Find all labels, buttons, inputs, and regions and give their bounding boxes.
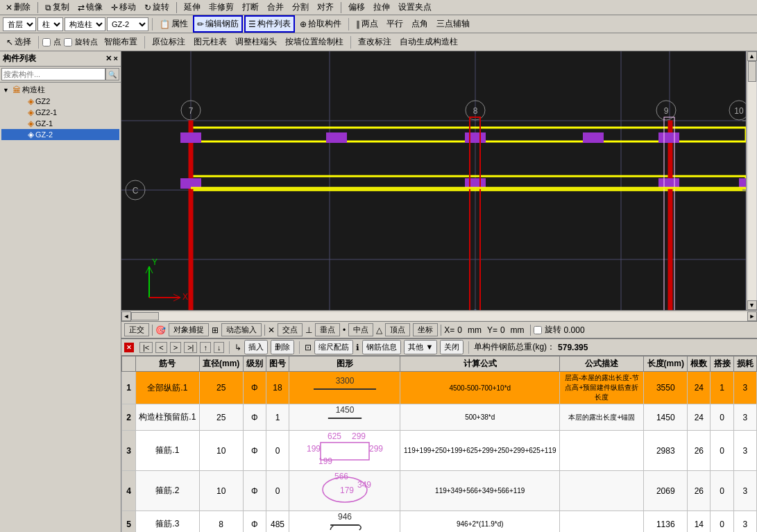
offset-btn[interactable]: 偏移	[346, 1, 368, 14]
delete-btn[interactable]: ✕ 删除	[3, 1, 33, 14]
tree-node-gz-1[interactable]: ◈ GZ-1	[1, 118, 119, 129]
pick-icon: ⊕	[300, 19, 307, 29]
row-count-5: 14	[688, 511, 711, 533]
rotate-point-check[interactable]	[64, 38, 72, 46]
dynamic-input-btn[interactable]: 动态输入	[221, 323, 262, 336]
check-annotation-btn[interactable]: 查改标注	[355, 34, 395, 50]
component-icon-gz2-1: ◈	[28, 108, 34, 117]
next-btn[interactable]: >	[170, 342, 181, 353]
last-btn[interactable]: >|	[184, 342, 197, 353]
floor-select[interactable]: 首层	[3, 17, 36, 31]
row-formula-2: 500+38*d	[400, 404, 560, 431]
move-btn[interactable]: ✛ 移动	[108, 1, 139, 14]
rebar-info-btn[interactable]: 钢筋信息	[362, 340, 401, 354]
snap-icon: 🎯	[155, 325, 166, 335]
pick-component-btn[interactable]: ⊕ 拾取构件	[296, 16, 345, 32]
inplace-annotation-btn[interactable]: 原位标注	[148, 34, 189, 50]
h-scroll-thumb[interactable]	[131, 312, 159, 320]
edit-rebar-btn[interactable]: ✏ 编辑钢筋	[193, 15, 243, 33]
tree-node-gz-2[interactable]: ◈ GZ-2	[1, 129, 119, 140]
grip-btn[interactable]: 设置夹点	[395, 1, 434, 14]
extend-btn[interactable]: 延伸	[181, 1, 203, 14]
mirror-btn[interactable]: ⇄ 镜像	[75, 1, 105, 14]
unit-mm1: mm	[465, 325, 484, 335]
break-btn[interactable]: 打断	[239, 1, 262, 14]
scroll-thumb[interactable]	[748, 61, 756, 82]
adjust-column-end-btn[interactable]: 调整柱端头	[232, 34, 280, 50]
property-btn[interactable]: 📋 属性	[156, 16, 192, 32]
row-loss-4: 3	[733, 471, 756, 511]
canvas-wrapper: 7 8 9 10 7	[121, 51, 757, 321]
row-name-1: 全部纵筋.1	[136, 372, 200, 404]
table-row[interactable]: 5 箍筋.3 8 Φ 485 946 946+2*(11.9*d) 1136 1…	[122, 511, 757, 533]
midpoint-btn[interactable]: 中点	[348, 323, 373, 336]
three-point-btn[interactable]: 三点辅轴	[433, 16, 473, 32]
first-btn[interactable]: |<	[139, 342, 153, 353]
close-btn[interactable]: ✕ ×	[105, 54, 118, 63]
table-row[interactable]: 3 箍筋.1 10 Φ 0 625 299 199 299 199 119+19…	[122, 431, 757, 471]
table-row[interactable]: 4 箍筋.2 10 Φ 0 566 179 349 119+349+566+34…	[122, 471, 757, 511]
row-num-1: 1	[122, 372, 136, 404]
scroll-track[interactable]	[747, 61, 757, 300]
scale-rebar-btn[interactable]: 缩尺配筋	[314, 340, 353, 354]
component-list-btn[interactable]: ☰ 构件列表	[244, 15, 295, 33]
row-length-2: 1450	[644, 404, 688, 431]
prev-btn[interactable]: <	[155, 342, 167, 353]
row-desc-1: 层高-本屋的露出长度-节点高+预留建件纵筋查折长度	[560, 372, 644, 404]
two-point-btn[interactable]: ∥ 两点	[352, 16, 382, 32]
auto-generate-btn[interactable]: 自动生成构造柱	[396, 34, 461, 50]
row-grade-1: Φ	[243, 372, 266, 404]
second-toolbar: 首层 柱 构造柱 GZ-2 📋 属性 ✏ 编辑钢筋 ☰ 构件列表 ⊕ 拾取构件 …	[0, 15, 757, 33]
ortho-btn[interactable]: 正交	[124, 323, 149, 336]
close-panel-btn[interactable]: 关闭	[440, 340, 463, 354]
others-btn[interactable]: 其他 ▼	[404, 340, 437, 354]
search-button[interactable]: 🔍	[105, 68, 119, 80]
tree-node-gz2[interactable]: ◈ GZ2	[1, 96, 119, 107]
h-scroll-track[interactable]	[131, 312, 747, 320]
tree-root-node[interactable]: ▼ 🏛 构造柱	[1, 84, 119, 96]
parallel-btn[interactable]: 平行	[383, 16, 407, 32]
search-input[interactable]	[1, 68, 105, 80]
tree-node-gz2-1[interactable]: ◈ GZ2-1	[1, 107, 119, 118]
element-column-table-btn[interactable]: 图元柱表	[190, 34, 230, 50]
sub-type-select[interactable]: 构造柱	[65, 17, 105, 31]
rotate-btn[interactable]: ↻ 旋转	[142, 1, 172, 14]
trim-btn[interactable]: 非修剪	[206, 1, 237, 14]
join-btn[interactable]: 合并	[264, 1, 287, 14]
horizontal-scrollbar[interactable]: ◄ ►	[121, 310, 757, 321]
coord-btn[interactable]: 坐标	[413, 323, 438, 336]
up-btn[interactable]: ↑	[200, 342, 211, 353]
svg-text:946: 946	[338, 513, 352, 522]
intersection-btn[interactable]: 交点	[278, 323, 303, 336]
select-btn[interactable]: ↖ 选择	[3, 34, 35, 50]
panel-close-red-btn[interactable]: ✕	[124, 343, 134, 352]
perpendicular-btn[interactable]: 垂点	[315, 323, 340, 336]
rotate-check[interactable]	[534, 326, 542, 334]
delete-row-btn[interactable]: 删除	[271, 340, 294, 354]
scroll-down-btn[interactable]: ▼	[747, 300, 757, 310]
align-btn[interactable]: 对齐	[314, 1, 337, 14]
down-btn[interactable]: ↓	[214, 342, 225, 353]
draw-column-btn[interactable]: 按墙位置绘制柱	[282, 34, 347, 50]
table-row[interactable]: 2 构造柱预留筋.1 25 Φ 1 1450 500+38*d 本层的露出长度+…	[122, 404, 757, 431]
insert-btn[interactable]: 插入	[244, 340, 268, 354]
rebar-table: 筋号 直径(mm) 级别 图号 图形 计算公式 公式描述 长度(mm) 根数 搭…	[121, 356, 757, 532]
svg-text:X: X	[182, 292, 188, 302]
element-type-select[interactable]: 柱	[37, 17, 63, 31]
copy-btn[interactable]: ⧉ 复制	[42, 1, 72, 14]
object-snap-btn[interactable]: 对象捕捉	[169, 323, 209, 336]
smart-place-btn[interactable]: 智能布置	[101, 34, 141, 50]
vertical-scrollbar[interactable]: ▲ ▼	[746, 51, 757, 310]
scroll-right-btn[interactable]: ►	[747, 311, 757, 321]
point-check[interactable]	[42, 38, 51, 46]
scroll-left-btn[interactable]: ◄	[121, 311, 131, 321]
cad-canvas[interactable]: 7 8 9 10 7	[121, 51, 746, 310]
endpoint-btn[interactable]: 顶点	[385, 323, 410, 336]
point-angle-btn[interactable]: 点角	[408, 16, 432, 32]
scroll-up-btn[interactable]: ▲	[747, 51, 757, 61]
table-row[interactable]: 1 全部纵筋.1 25 Φ 18 3300 4500-500-700+10*d …	[122, 372, 757, 404]
split-btn[interactable]: 分割	[289, 1, 312, 14]
code-select[interactable]: GZ-2	[107, 17, 148, 31]
col-rownum	[122, 357, 136, 372]
stretch-btn[interactable]: 拉伸	[371, 1, 393, 14]
